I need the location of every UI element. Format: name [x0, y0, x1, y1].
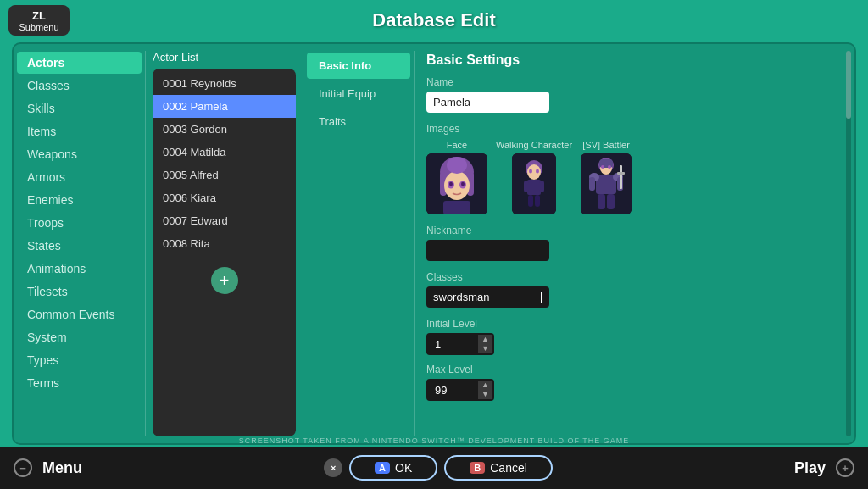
actor-list-label: Actor List: [153, 51, 296, 64]
name-input[interactable]: [426, 92, 549, 113]
submenu-label: Submenu: [19, 22, 58, 32]
menu-label: Menu: [42, 459, 82, 477]
name-group: Name: [426, 76, 843, 113]
actor-item-0004[interactable]: 0004 Matilda: [153, 141, 296, 164]
max-level-down[interactable]: ▼: [478, 390, 492, 399]
actor-item-0002[interactable]: 0002 Pamela: [153, 95, 296, 118]
sidebar-item-armors[interactable]: Armors: [17, 166, 142, 188]
actor-item-0001[interactable]: 0001 Reynolds: [153, 72, 296, 95]
walking-image-box: Walking Character: [496, 140, 572, 214]
tab-traits[interactable]: Traits: [307, 108, 410, 135]
svg-rect-19: [528, 195, 533, 207]
max-level-arrows: ▲ ▼: [476, 379, 494, 401]
nickname-input[interactable]: [426, 240, 549, 261]
tab-basic-info[interactable]: Basic Info: [307, 53, 410, 79]
bottom-center: × A OK B Cancel: [324, 455, 553, 481]
sidebar-item-skills[interactable]: Skills: [17, 97, 142, 119]
walking-portrait-svg: [512, 153, 556, 214]
watermark: SCREENSHOT TAKEN FROM A NINTENDO SWITCH™…: [0, 436, 868, 445]
page-title: Database Edit: [372, 9, 496, 31]
face-thumbnail[interactable]: [426, 153, 487, 214]
nickname-group: Nickname: [426, 225, 843, 261]
svg-point-9: [447, 157, 467, 174]
svg-rect-33: [617, 172, 625, 175]
sidebar-item-terms[interactable]: Terms: [17, 372, 142, 394]
svg-point-25: [601, 165, 604, 169]
sidebar-item-states[interactable]: States: [17, 235, 142, 257]
nickname-label: Nickname: [426, 225, 843, 236]
svg-rect-34: [598, 194, 605, 209]
battler-image-box: [SV] Battler: [581, 140, 632, 214]
submenu-button[interactable]: ZL Submenu: [8, 5, 70, 36]
max-level-label: Max Level: [426, 364, 843, 375]
sidebar-item-weapons[interactable]: Weapons: [17, 143, 142, 165]
initial-level-group: Initial Level 1 ▲ ▼: [426, 318, 843, 355]
face-label: Face: [447, 140, 467, 150]
cancel-button[interactable]: B Cancel: [444, 455, 553, 481]
name-label: Name: [426, 76, 843, 88]
images-row: Face: [426, 140, 843, 214]
svg-point-7: [449, 182, 453, 186]
sidebar-item-troops[interactable]: Troops: [17, 212, 142, 234]
svg-rect-18: [539, 181, 544, 192]
sidebar-item-system[interactable]: System: [17, 326, 142, 348]
sidebar-item-types[interactable]: Types: [17, 349, 142, 371]
face-image-box: Face: [426, 140, 487, 214]
battler-thumbnail[interactable]: [581, 153, 632, 214]
sidebar-item-animations[interactable]: Animations: [17, 258, 142, 280]
classes-cursor: [541, 292, 542, 303]
face-portrait-svg: [426, 153, 487, 214]
svg-point-15: [536, 169, 539, 174]
walking-label: Walking Character: [496, 140, 572, 150]
walking-thumbnail[interactable]: [512, 153, 556, 214]
svg-rect-20: [535, 195, 540, 207]
scrollbar-track[interactable]: [846, 51, 851, 436]
sidebar-item-enemies[interactable]: Enemies: [17, 189, 142, 211]
svg-rect-32: [620, 165, 622, 189]
actor-item-0007[interactable]: 0007 Edward: [153, 209, 296, 232]
add-actor-button[interactable]: +: [211, 267, 238, 294]
images-label: Images: [426, 123, 843, 135]
classes-field[interactable]: swordsman: [426, 286, 549, 308]
actor-item-0006[interactable]: 0006 Kiara: [153, 186, 296, 209]
svg-rect-35: [607, 194, 615, 209]
actor-item-0008[interactable]: 0008 Rita: [153, 232, 296, 255]
classes-group: Classes swordsman: [426, 271, 843, 308]
ok-button[interactable]: A OK: [349, 455, 437, 481]
actor-list-column: Actor List 0001 Reynolds 0002 Pamela 000…: [146, 44, 303, 443]
actor-item-0005[interactable]: 0005 Alfred: [153, 164, 296, 186]
plus-button[interactable]: +: [836, 458, 854, 477]
bottom-bar: − Menu × A OK B Cancel Play +: [0, 447, 868, 489]
max-level-up[interactable]: ▲: [478, 381, 492, 390]
actor-item-0003[interactable]: 0003 Gordon: [153, 118, 296, 141]
classes-value: swordsman: [433, 291, 489, 303]
minus-button[interactable]: −: [14, 458, 32, 477]
battler-label: [SV] Battler: [582, 140, 630, 150]
images-section: Images Face: [426, 123, 843, 214]
svg-point-26: [608, 165, 611, 169]
svg-rect-16: [527, 180, 541, 195]
submenu-icon: ZL: [32, 9, 46, 22]
max-level-spinner[interactable]: 99 ▲ ▼: [426, 379, 494, 401]
x-badge: ×: [324, 458, 342, 477]
cancel-badge: B: [470, 462, 485, 474]
svg-rect-17: [524, 181, 529, 192]
sidebar-item-common-events[interactable]: Common Events: [17, 303, 142, 325]
initial-level-spinner[interactable]: 1 ▲ ▼: [426, 333, 494, 355]
sidebar-item-actors[interactable]: Actors: [17, 52, 142, 74]
battler-portrait-svg: [581, 153, 632, 214]
bottom-menu: − Menu: [14, 458, 82, 477]
tab-initial-equip[interactable]: Initial Equip: [307, 81, 410, 107]
initial-level-up[interactable]: ▲: [478, 335, 492, 344]
svg-point-14: [529, 169, 532, 174]
svg-rect-30: [589, 177, 595, 191]
sidebar-item-items[interactable]: Items: [17, 120, 142, 142]
scrollbar-thumb[interactable]: [846, 51, 851, 119]
sidebar-item-tilesets[interactable]: Tilesets: [17, 281, 142, 303]
section-title: Basic Settings: [426, 53, 843, 68]
sidebar-item-classes[interactable]: Classes: [17, 75, 142, 97]
initial-level-label: Initial Level: [426, 318, 843, 330]
initial-level-down[interactable]: ▼: [478, 344, 492, 353]
actor-list-box: 0001 Reynolds 0002 Pamela 0003 Gordon 00…: [153, 69, 296, 436]
initial-level-arrows: ▲ ▼: [476, 333, 494, 355]
